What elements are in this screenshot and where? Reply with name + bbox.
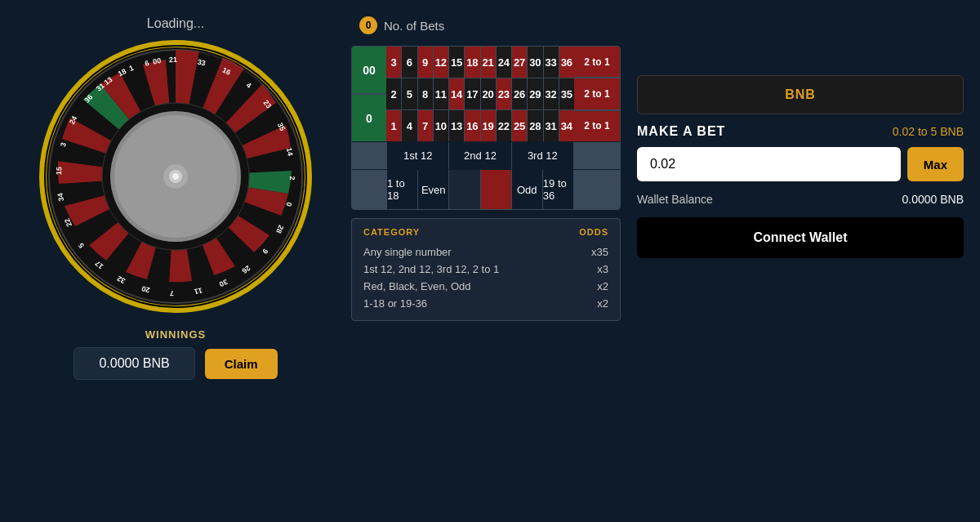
cell-22[interactable]: 22 (497, 110, 511, 141)
outside-empty1 (449, 170, 479, 209)
no-of-bets-row: 0 No. of Bets (351, 16, 621, 34)
winnings-label: WINNINGS (16, 328, 335, 341)
cell-5[interactable]: 5 (402, 78, 416, 109)
cell-23[interactable]: 23 (497, 78, 511, 109)
cell-28[interactable]: 28 (528, 110, 542, 141)
svg-text:15: 15 (55, 167, 63, 175)
bnb-button[interactable]: BNB (637, 75, 964, 114)
cell-12[interactable]: 12 (434, 47, 448, 78)
svg-text:21: 21 (169, 56, 177, 64)
side-column: 2 to 1 2 to 1 2 to 1 (574, 47, 620, 141)
outside-19to36[interactable]: 19 to 36 (543, 170, 573, 209)
claim-button[interactable]: Claim (205, 349, 278, 379)
odds-table: CATEGORY ODDS Any single number x35 1st … (351, 218, 621, 321)
cell-32[interactable]: 32 (544, 78, 559, 109)
odds-value-4: x2 (597, 297, 608, 310)
outside-row: 1 to 18 Even Odd 19 to 36 (352, 170, 620, 209)
cell-7[interactable]: 7 (418, 110, 433, 141)
side-cell-2to1-mid[interactable]: 2 to 1 (574, 78, 620, 109)
svg-text:2: 2 (288, 176, 296, 180)
svg-text:33: 33 (197, 58, 207, 68)
cell-18[interactable]: 18 (465, 47, 479, 78)
side-cell-2to1-top[interactable]: 2 to 1 (574, 47, 620, 78)
cell-29[interactable]: 29 (528, 78, 542, 109)
side-cell-2to1-bot[interactable]: 2 to 1 (574, 110, 620, 141)
cell-30[interactable]: 30 (528, 47, 542, 78)
outside-even[interactable]: Even (418, 170, 448, 209)
cell-27[interactable]: 27 (512, 47, 527, 78)
odds-row-4: 1-18 or 19-36 x2 (363, 295, 608, 312)
cell-15[interactable]: 15 (449, 47, 464, 78)
cell-0[interactable]: 0 (352, 94, 386, 141)
cell-35[interactable]: 35 (559, 78, 574, 109)
numbers-area: 3 6 9 12 15 18 21 24 27 30 33 36 2 5 8 (386, 47, 574, 141)
winnings-section: WINNINGS 0.0000 BNB Claim (16, 328, 335, 380)
cell-31[interactable]: 31 (544, 110, 559, 141)
odds-category-4: 1-18 or 19-36 (363, 297, 427, 310)
make-a-bet-label: MAKE A BET (637, 124, 725, 139)
odds-category-1: Any single number (363, 246, 452, 258)
odds-value-header: ODDS (579, 227, 608, 237)
outside-red[interactable] (481, 170, 511, 209)
winnings-value: 0.0000 BNB (74, 347, 194, 380)
svg-text:11: 11 (194, 286, 203, 296)
number-grid: 00 0 3 6 9 12 15 18 21 24 27 30 33 (352, 47, 620, 141)
bet-range-value: 0.02 to 5 BNB (893, 125, 964, 138)
make-a-bet-header: MAKE A BET 0.02 to 5 BNB (637, 124, 964, 139)
odds-category-3: Red, Black, Even, Odd (363, 280, 471, 292)
cell-13[interactable]: 13 (449, 110, 464, 141)
roulette-wheel: 21 33 16 4 6 18 31 23 35 14 2 0 28 9 26 … (37, 38, 314, 315)
cell-10[interactable]: 10 (434, 110, 448, 141)
svg-text:00: 00 (152, 56, 162, 66)
wallet-balance-row: Wallet Balance 0.0000 BNB (637, 190, 964, 209)
cell-11[interactable]: 11 (434, 78, 448, 109)
cell-36[interactable]: 36 (559, 47, 574, 78)
odds-row-1: Any single number x35 (363, 243, 608, 261)
connect-wallet-button[interactable]: Connect Wallet (637, 217, 964, 258)
dozen-2nd-12[interactable]: 2nd 12 (449, 142, 510, 169)
cell-6[interactable]: 6 (402, 47, 416, 78)
bet-amount-input[interactable] (637, 147, 901, 181)
cell-3[interactable]: 3 (386, 47, 401, 78)
cell-9[interactable]: 9 (418, 47, 433, 78)
max-button[interactable]: Max (907, 147, 964, 181)
cell-21[interactable]: 21 (481, 47, 496, 78)
no-of-bets-label: No. of Bets (384, 19, 444, 33)
cell-2[interactable]: 2 (386, 78, 401, 109)
odds-category-header: CATEGORY (363, 227, 420, 237)
svg-text:34: 34 (56, 192, 65, 202)
outside-odd[interactable]: Odd (512, 170, 542, 209)
cell-24[interactable]: 24 (497, 47, 511, 78)
dozen-1st-12[interactable]: 1st 12 (387, 142, 448, 169)
odds-row-3: Red, Black, Even, Odd x2 (363, 278, 608, 295)
svg-text:7: 7 (170, 289, 174, 297)
cell-8[interactable]: 8 (418, 78, 433, 109)
cell-20[interactable]: 20 (481, 78, 496, 109)
cell-14[interactable]: 14 (449, 78, 464, 109)
left-panel: Loading... (16, 16, 335, 506)
cell-00[interactable]: 00 (352, 47, 386, 94)
roulette-table: 00 0 3 6 9 12 15 18 21 24 27 30 33 (351, 46, 621, 210)
cell-19[interactable]: 19 (481, 110, 496, 141)
bet-input-row: Max (637, 147, 964, 181)
wallet-balance-value: 0.0000 BNB (902, 193, 964, 206)
cell-34[interactable]: 34 (559, 110, 574, 141)
wallet-balance-label: Wallet Balance (637, 193, 713, 206)
odds-header: CATEGORY ODDS (363, 227, 608, 237)
cell-33[interactable]: 33 (544, 47, 559, 78)
dozens-row: 1st 12 2nd 12 3rd 12 (352, 142, 620, 169)
odds-value-1: x35 (591, 246, 608, 258)
outside-1to18[interactable]: 1 to 18 (387, 170, 417, 209)
cell-16[interactable]: 16 (465, 110, 479, 141)
cell-1[interactable]: 1 (386, 110, 401, 141)
dozen-3rd-12[interactable]: 3rd 12 (512, 142, 573, 169)
bet-count-badge: 0 (359, 16, 377, 34)
cell-25[interactable]: 25 (512, 110, 527, 141)
svg-point-41 (172, 173, 179, 180)
middle-panel: 0 No. of Bets 00 0 3 6 9 12 15 18 (351, 16, 621, 506)
cell-4[interactable]: 4 (402, 110, 416, 141)
odds-value-2: x3 (597, 263, 608, 275)
odds-row-2: 1st 12, 2nd 12, 3rd 12, 2 to 1 x3 (363, 261, 608, 278)
cell-26[interactable]: 26 (512, 78, 527, 109)
cell-17[interactable]: 17 (465, 78, 479, 109)
